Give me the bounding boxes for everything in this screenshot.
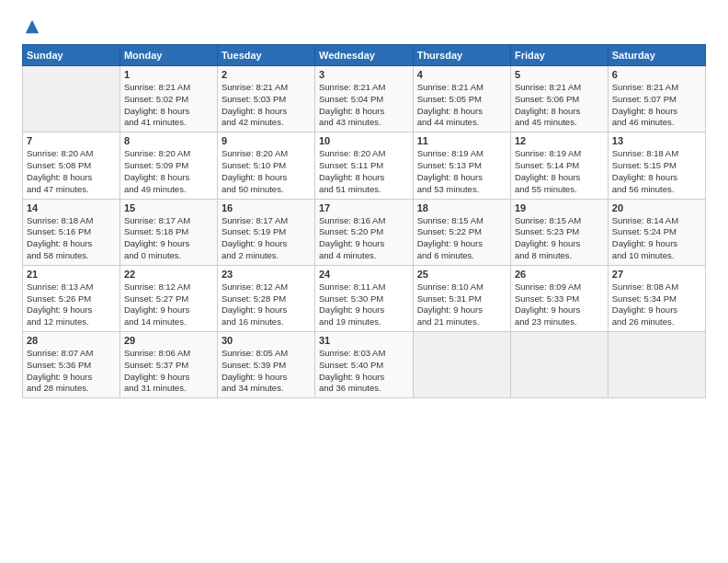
day-number: 8 <box>124 135 213 146</box>
day-number: 9 <box>222 135 311 146</box>
logo-icon <box>24 18 40 35</box>
day-number: 12 <box>515 135 604 146</box>
calendar-week-2: 7Sunrise: 8:20 AMSunset: 5:08 PMDaylight… <box>23 132 706 199</box>
day-info: Sunrise: 8:12 AMSunset: 5:28 PMDaylight:… <box>222 282 311 328</box>
calendar-week-4: 21Sunrise: 8:13 AMSunset: 5:26 PMDayligh… <box>23 265 706 331</box>
calendar-cell: 26Sunrise: 8:09 AMSunset: 5:33 PMDayligh… <box>510 265 608 331</box>
day-info: Sunrise: 8:06 AMSunset: 5:37 PMDaylight:… <box>124 348 213 395</box>
calendar-cell: 8Sunrise: 8:20 AMSunset: 5:09 PMDaylight… <box>119 132 217 199</box>
logo <box>22 18 40 35</box>
calendar-cell: 16Sunrise: 8:17 AMSunset: 5:19 PMDayligh… <box>217 199 314 265</box>
calendar-cell: 23Sunrise: 8:12 AMSunset: 5:28 PMDayligh… <box>217 265 314 331</box>
calendar-header-friday: Friday <box>510 45 608 66</box>
calendar-cell: 17Sunrise: 8:16 AMSunset: 5:20 PMDayligh… <box>315 199 414 265</box>
calendar-cell: 11Sunrise: 8:19 AMSunset: 5:13 PMDayligh… <box>413 132 510 199</box>
calendar-week-5: 28Sunrise: 8:07 AMSunset: 5:36 PMDayligh… <box>23 332 706 398</box>
day-info: Sunrise: 8:09 AMSunset: 5:33 PMDaylight:… <box>515 282 604 328</box>
calendar-header-monday: Monday <box>119 45 217 66</box>
day-info: Sunrise: 8:11 AMSunset: 5:30 PMDaylight:… <box>319 282 409 328</box>
day-number: 23 <box>222 269 311 280</box>
day-number: 21 <box>27 269 116 280</box>
day-info: Sunrise: 8:18 AMSunset: 5:15 PMDaylight:… <box>612 148 701 195</box>
calendar-cell: 13Sunrise: 8:18 AMSunset: 5:15 PMDayligh… <box>608 132 705 199</box>
calendar-cell <box>23 66 120 132</box>
calendar-cell <box>510 332 608 398</box>
day-number: 29 <box>124 335 213 346</box>
calendar-cell: 6Sunrise: 8:21 AMSunset: 5:07 PMDaylight… <box>608 66 705 132</box>
day-info: Sunrise: 8:20 AMSunset: 5:08 PMDaylight:… <box>27 148 116 195</box>
day-info: Sunrise: 8:21 AMSunset: 5:06 PMDaylight:… <box>515 82 604 129</box>
calendar-cell: 27Sunrise: 8:08 AMSunset: 5:34 PMDayligh… <box>608 265 705 331</box>
day-info: Sunrise: 8:20 AMSunset: 5:09 PMDaylight:… <box>124 148 213 195</box>
day-info: Sunrise: 8:21 AMSunset: 5:04 PMDaylight:… <box>319 82 409 129</box>
calendar-cell <box>413 332 510 398</box>
day-number: 1 <box>124 69 213 80</box>
day-number: 7 <box>27 135 116 146</box>
day-info: Sunrise: 8:19 AMSunset: 5:14 PMDaylight:… <box>515 148 604 195</box>
day-info: Sunrise: 8:19 AMSunset: 5:13 PMDaylight:… <box>417 148 506 195</box>
day-number: 15 <box>124 202 213 213</box>
calendar-cell: 28Sunrise: 8:07 AMSunset: 5:36 PMDayligh… <box>23 332 120 398</box>
day-info: Sunrise: 8:21 AMSunset: 5:05 PMDaylight:… <box>417 82 506 129</box>
day-number: 13 <box>612 135 701 146</box>
calendar-cell: 15Sunrise: 8:17 AMSunset: 5:18 PMDayligh… <box>119 199 217 265</box>
day-number: 30 <box>222 335 311 346</box>
day-number: 17 <box>319 202 409 213</box>
day-info: Sunrise: 8:10 AMSunset: 5:31 PMDaylight:… <box>417 282 506 328</box>
calendar-cell: 12Sunrise: 8:19 AMSunset: 5:14 PMDayligh… <box>510 132 608 199</box>
calendar-cell: 24Sunrise: 8:11 AMSunset: 5:30 PMDayligh… <box>315 265 414 331</box>
calendar-cell: 20Sunrise: 8:14 AMSunset: 5:24 PMDayligh… <box>608 199 705 265</box>
calendar-header-wednesday: Wednesday <box>315 45 414 66</box>
day-info: Sunrise: 8:21 AMSunset: 5:03 PMDaylight:… <box>222 82 311 129</box>
day-info: Sunrise: 8:08 AMSunset: 5:34 PMDaylight:… <box>612 282 701 328</box>
calendar-header-saturday: Saturday <box>608 45 705 66</box>
day-number: 26 <box>515 269 604 280</box>
calendar-header-sunday: Sunday <box>23 45 120 66</box>
day-info: Sunrise: 8:12 AMSunset: 5:27 PMDaylight:… <box>124 282 213 328</box>
day-info: Sunrise: 8:07 AMSunset: 5:36 PMDaylight:… <box>27 348 116 395</box>
calendar-cell: 22Sunrise: 8:12 AMSunset: 5:27 PMDayligh… <box>119 265 217 331</box>
day-info: Sunrise: 8:16 AMSunset: 5:20 PMDaylight:… <box>319 215 409 262</box>
day-info: Sunrise: 8:14 AMSunset: 5:24 PMDaylight:… <box>612 215 701 262</box>
calendar-cell: 14Sunrise: 8:18 AMSunset: 5:16 PMDayligh… <box>23 199 120 265</box>
calendar-cell: 7Sunrise: 8:20 AMSunset: 5:08 PMDaylight… <box>23 132 120 199</box>
day-number: 2 <box>222 69 311 80</box>
day-number: 14 <box>27 202 116 213</box>
calendar-week-1: 1Sunrise: 8:21 AMSunset: 5:02 PMDaylight… <box>23 66 706 132</box>
calendar-cell: 1Sunrise: 8:21 AMSunset: 5:02 PMDaylight… <box>119 66 217 132</box>
calendar-cell: 9Sunrise: 8:20 AMSunset: 5:10 PMDaylight… <box>217 132 314 199</box>
day-number: 16 <box>222 202 311 213</box>
day-info: Sunrise: 8:15 AMSunset: 5:22 PMDaylight:… <box>417 215 506 262</box>
calendar-header-thursday: Thursday <box>413 45 510 66</box>
calendar-cell: 4Sunrise: 8:21 AMSunset: 5:05 PMDaylight… <box>413 66 510 132</box>
calendar-cell: 25Sunrise: 8:10 AMSunset: 5:31 PMDayligh… <box>413 265 510 331</box>
day-info: Sunrise: 8:17 AMSunset: 5:18 PMDaylight:… <box>124 215 213 262</box>
svg-marker-0 <box>26 20 39 33</box>
day-info: Sunrise: 8:20 AMSunset: 5:11 PMDaylight:… <box>319 148 409 195</box>
day-number: 20 <box>612 202 701 213</box>
header <box>22 18 706 35</box>
day-info: Sunrise: 8:21 AMSunset: 5:07 PMDaylight:… <box>612 82 701 129</box>
day-info: Sunrise: 8:03 AMSunset: 5:40 PMDaylight:… <box>319 348 409 395</box>
day-number: 4 <box>417 69 506 80</box>
calendar-header-tuesday: Tuesday <box>217 45 314 66</box>
calendar-cell: 18Sunrise: 8:15 AMSunset: 5:22 PMDayligh… <box>413 199 510 265</box>
calendar-cell: 19Sunrise: 8:15 AMSunset: 5:23 PMDayligh… <box>510 199 608 265</box>
day-number: 31 <box>319 335 409 346</box>
day-info: Sunrise: 8:18 AMSunset: 5:16 PMDaylight:… <box>27 215 116 262</box>
day-info: Sunrise: 8:20 AMSunset: 5:10 PMDaylight:… <box>222 148 311 195</box>
day-number: 27 <box>612 269 701 280</box>
calendar-cell: 2Sunrise: 8:21 AMSunset: 5:03 PMDaylight… <box>217 66 314 132</box>
day-info: Sunrise: 8:21 AMSunset: 5:02 PMDaylight:… <box>124 82 213 129</box>
page: SundayMondayTuesdayWednesdayThursdayFrid… <box>0 0 728 563</box>
day-number: 18 <box>417 202 506 213</box>
day-number: 3 <box>319 69 409 80</box>
day-number: 5 <box>515 69 604 80</box>
calendar-header-row: SundayMondayTuesdayWednesdayThursdayFrid… <box>23 45 706 66</box>
calendar-cell: 10Sunrise: 8:20 AMSunset: 5:11 PMDayligh… <box>315 132 414 199</box>
calendar-cell <box>608 332 705 398</box>
calendar-cell: 3Sunrise: 8:21 AMSunset: 5:04 PMDaylight… <box>315 66 414 132</box>
day-number: 10 <box>319 135 409 146</box>
day-info: Sunrise: 8:17 AMSunset: 5:19 PMDaylight:… <box>222 215 311 262</box>
calendar-cell: 21Sunrise: 8:13 AMSunset: 5:26 PMDayligh… <box>23 265 120 331</box>
